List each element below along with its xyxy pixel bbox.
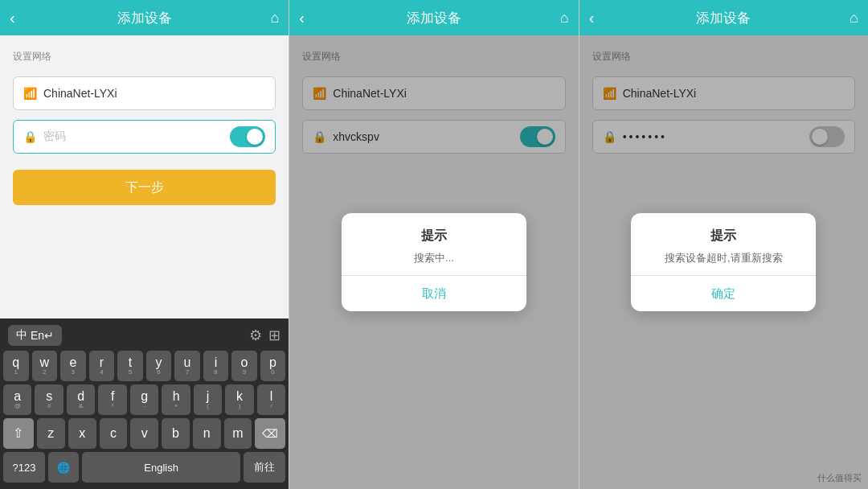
kb-row-2: a@ s# d& f* g- h+ j( k) l/ bbox=[3, 384, 285, 415]
key-b[interactable]: b bbox=[162, 418, 190, 449]
kb-rows: q1 w2 e3 r4 t5 y6 u7 i8 o9 p0 a@ s# d& f… bbox=[2, 351, 287, 449]
dialog-message-3: 搜索设备超时,请重新搜索 bbox=[644, 251, 803, 265]
header-3: ‹ 添加设备 ⌂ bbox=[579, 0, 868, 35]
dialog-overlay-3: 提示 搜索设备超时,请重新搜索 确定 bbox=[579, 35, 868, 489]
wifi-value-1: ChinaNet-LYXi bbox=[43, 87, 265, 100]
panel-3: ‹ 添加设备 ⌂ 设置网络 📶 ChinaNet-LYXi 🔒 ••••••• … bbox=[579, 0, 868, 489]
dialog-actions-2: 取消 bbox=[342, 275, 526, 311]
kb-lang-btn[interactable]: 中 En↵ bbox=[8, 325, 62, 346]
key-y[interactable]: y6 bbox=[146, 351, 172, 381]
content-2: 设置网络 📶 ChinaNet-LYXi 🔒 xhvckspv 提示 搜索中..… bbox=[289, 35, 578, 489]
key-o[interactable]: o9 bbox=[231, 351, 257, 381]
password-placeholder-1: 密码 bbox=[43, 129, 223, 144]
shift-key[interactable]: ⇧ bbox=[3, 418, 34, 449]
home-button-1[interactable]: ⌂ bbox=[270, 10, 279, 27]
dialog-overlay-2: 提示 搜索中... 取消 bbox=[289, 35, 578, 489]
kb-bottom-row: ?123 🌐 English 前往 bbox=[2, 452, 287, 483]
key-n[interactable]: n bbox=[193, 418, 221, 449]
key-x[interactable]: x bbox=[68, 418, 96, 449]
header-1: ‹ 添加设备 ⌂ bbox=[0, 0, 289, 35]
dialog-box-3: 提示 搜索设备超时,请重新搜索 确定 bbox=[631, 213, 816, 311]
space-key-label: English bbox=[144, 462, 178, 474]
back-button-2[interactable]: ‹ bbox=[299, 9, 305, 27]
toggle-1[interactable] bbox=[230, 126, 265, 147]
keyboard: 中 En↵ ⚙ ⊞ q1 w2 e3 r4 t5 y6 u7 i8 o9 p0 bbox=[0, 318, 289, 489]
num-key[interactable]: ?123 bbox=[3, 452, 45, 483]
key-d[interactable]: d& bbox=[67, 384, 95, 415]
page-title-3: 添加设备 bbox=[696, 9, 751, 27]
password-field-1[interactable]: 🔒 密码 bbox=[13, 120, 276, 154]
kb-en-label: En↵ bbox=[31, 329, 54, 342]
panel-2: ‹ 添加设备 ⌂ 设置网络 📶 ChinaNet-LYXi 🔒 xhvckspv… bbox=[289, 0, 579, 489]
dialog-message-2: 搜索中... bbox=[354, 251, 514, 265]
header-2: ‹ 添加设备 ⌂ bbox=[289, 0, 578, 35]
globe-icon: 🌐 bbox=[57, 462, 70, 474]
num-key-label: ?123 bbox=[13, 462, 36, 474]
content-1: 设置网络 📶 ChinaNet-LYXi 🔒 密码 下一步 bbox=[0, 35, 289, 318]
kb-row-3: ⇧ z x c v b n m ⌫ bbox=[3, 418, 285, 449]
key-t[interactable]: t5 bbox=[117, 351, 143, 381]
page-title-2: 添加设备 bbox=[407, 9, 461, 27]
next-button-1[interactable]: 下一步 bbox=[13, 170, 276, 205]
key-h[interactable]: h+ bbox=[162, 384, 190, 415]
toggle-knob-1 bbox=[247, 129, 263, 145]
dialog-cancel-btn-2[interactable]: 取消 bbox=[342, 276, 526, 311]
key-s[interactable]: s# bbox=[35, 384, 63, 415]
dialog-actions-3: 确定 bbox=[631, 275, 816, 311]
content-3: 设置网络 📶 ChinaNet-LYXi 🔒 ••••••• 提示 搜索设备超时… bbox=[579, 35, 868, 489]
page-title-1: 添加设备 bbox=[117, 9, 172, 27]
lock-icon-1: 🔒 bbox=[23, 130, 37, 143]
section-label-1: 设置网络 bbox=[13, 50, 276, 64]
key-l[interactable]: l/ bbox=[257, 384, 285, 415]
kb-grid-icon[interactable]: ⊞ bbox=[268, 327, 280, 344]
key-v[interactable]: v bbox=[130, 418, 158, 449]
kb-gear-icon[interactable]: ⚙ bbox=[249, 327, 262, 344]
wifi-field-1[interactable]: 📶 ChinaNet-LYXi bbox=[13, 76, 276, 110]
key-p[interactable]: p0 bbox=[260, 351, 286, 381]
key-f[interactable]: f* bbox=[98, 384, 126, 415]
home-button-3[interactable]: ⌂ bbox=[850, 10, 858, 27]
back-button-3[interactable]: ‹ bbox=[589, 9, 595, 27]
key-r[interactable]: r4 bbox=[89, 351, 115, 381]
key-q[interactable]: q1 bbox=[3, 351, 29, 381]
kb-zh-label: 中 bbox=[16, 328, 27, 343]
dialog-box-2: 提示 搜索中... 取消 bbox=[342, 213, 526, 311]
globe-key[interactable]: 🌐 bbox=[48, 452, 79, 483]
space-key[interactable]: English bbox=[82, 452, 240, 483]
key-e[interactable]: e3 bbox=[60, 351, 86, 381]
key-i[interactable]: i8 bbox=[203, 351, 229, 381]
back-button-1[interactable]: ‹ bbox=[10, 9, 15, 27]
key-w[interactable]: w2 bbox=[32, 351, 58, 381]
delete-key[interactable]: ⌫ bbox=[255, 418, 285, 449]
home-button-2[interactable]: ⌂ bbox=[560, 10, 569, 27]
key-u[interactable]: u7 bbox=[174, 351, 200, 381]
key-a[interactable]: a@ bbox=[3, 384, 31, 415]
key-m[interactable]: m bbox=[224, 418, 252, 449]
forward-key[interactable]: 前往 bbox=[244, 452, 285, 483]
kb-row-1: q1 w2 e3 r4 t5 y6 u7 i8 o9 p0 bbox=[3, 351, 285, 381]
panel-1: ‹ 添加设备 ⌂ 设置网络 📶 ChinaNet-LYXi 🔒 密码 下一步 中… bbox=[0, 0, 289, 489]
dialog-confirm-btn-3[interactable]: 确定 bbox=[631, 276, 816, 311]
kb-top-bar: 中 En↵ ⚙ ⊞ bbox=[2, 322, 287, 351]
dialog-body-3: 提示 搜索设备超时,请重新搜索 bbox=[631, 213, 816, 275]
forward-key-label: 前往 bbox=[254, 460, 275, 475]
key-k[interactable]: k) bbox=[225, 384, 253, 415]
dialog-title-2: 提示 bbox=[354, 228, 514, 244]
dialog-body-2: 提示 搜索中... bbox=[342, 213, 526, 275]
key-g[interactable]: g- bbox=[130, 384, 158, 415]
key-z[interactable]: z bbox=[37, 418, 65, 449]
key-j[interactable]: j( bbox=[194, 384, 222, 415]
key-c[interactable]: c bbox=[100, 418, 128, 449]
wifi-icon-1: 📶 bbox=[23, 87, 37, 100]
dialog-title-3: 提示 bbox=[644, 228, 803, 244]
